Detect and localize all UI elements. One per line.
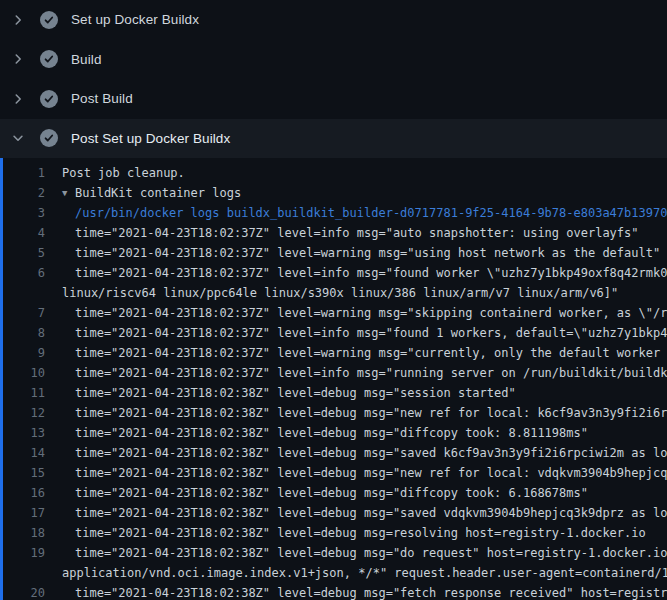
chevron-right-icon: [10, 91, 26, 107]
log-line-number[interactable]: 6: [0, 263, 45, 283]
log-line-number[interactable]: 9: [0, 343, 45, 363]
log-row: 18time="2021-04-23T18:02:38Z" level=debu…: [0, 523, 667, 543]
log-line-number[interactable]: 17: [0, 503, 45, 523]
log-line-number[interactable]: 11: [0, 383, 45, 403]
log-line-text: time="2021-04-23T18:02:38Z" level=debug …: [45, 583, 667, 600]
log-row: 12time="2021-04-23T18:02:38Z" level=debu…: [0, 403, 667, 423]
log-line-text: time="2021-04-23T18:02:38Z" level=debug …: [45, 403, 667, 423]
log-line-number[interactable]: 7: [0, 303, 45, 323]
actions-log-viewer: Set up Docker BuildxBuildPost BuildPost …: [0, 0, 667, 600]
log-line-text: Post job cleanup.: [45, 163, 185, 183]
step-label: Post Build: [71, 91, 133, 106]
chevron-right-icon: [10, 51, 26, 67]
log-row: 4time="2021-04-23T18:02:37Z" level=info …: [0, 223, 667, 243]
log-line-text: time="2021-04-23T18:02:37Z" level=warnin…: [45, 343, 667, 363]
log-line-number[interactable]: 2: [0, 183, 45, 203]
log-line-text: time="2021-04-23T18:02:38Z" level=debug …: [45, 543, 667, 563]
log-line-text: ▼BuildKit container logs: [45, 183, 241, 203]
log-line-number[interactable]: 20: [0, 583, 45, 600]
log-line-number[interactable]: 3: [0, 203, 45, 223]
log-line-number: [0, 283, 45, 303]
log-row: 10time="2021-04-23T18:02:37Z" level=info…: [0, 363, 667, 383]
log-line-text: time="2021-04-23T18:02:37Z" level=info m…: [45, 263, 667, 283]
log-line-text: time="2021-04-23T18:02:37Z" level=warnin…: [45, 303, 667, 323]
log-group-toggle-icon[interactable]: ▼: [62, 183, 75, 203]
log-line-text: application/vnd.oci.image.index.v1+json,…: [45, 563, 667, 583]
log-area: 1Post job cleanup.2▼BuildKit container l…: [0, 158, 667, 600]
step-header-build[interactable]: Build: [0, 40, 667, 80]
log-line-text: time="2021-04-23T18:02:38Z" level=debug …: [45, 463, 667, 483]
log-row: 2▼BuildKit container logs: [0, 183, 667, 203]
log-row: 15time="2021-04-23T18:02:38Z" level=debu…: [0, 463, 667, 483]
log-line-number[interactable]: 16: [0, 483, 45, 503]
log-row: 7time="2021-04-23T18:02:37Z" level=warni…: [0, 303, 667, 323]
log-line-number[interactable]: 5: [0, 243, 45, 263]
step-label: Set up Docker Buildx: [71, 12, 199, 27]
log-line-number[interactable]: 4: [0, 223, 45, 243]
log-line-number[interactable]: 12: [0, 403, 45, 423]
log-line-text: time="2021-04-23T18:02:38Z" level=debug …: [45, 523, 646, 543]
check-circle-icon: [40, 11, 58, 29]
log-line-text: time="2021-04-23T18:02:38Z" level=debug …: [45, 503, 667, 523]
log-line-number[interactable]: 13: [0, 423, 45, 443]
log-row: 14time="2021-04-23T18:02:38Z" level=debu…: [0, 443, 667, 463]
log-row: 20time="2021-04-23T18:02:38Z" level=debu…: [0, 583, 667, 600]
log-line-number[interactable]: 15: [0, 463, 45, 483]
log-line-number[interactable]: 10: [0, 363, 45, 383]
log-line-number[interactable]: 18: [0, 523, 45, 543]
log-row: 11time="2021-04-23T18:02:38Z" level=debu…: [0, 383, 667, 403]
log-line-text: time="2021-04-23T18:02:38Z" level=debug …: [45, 383, 516, 403]
step-label: Build: [71, 52, 102, 67]
log-line-number[interactable]: 8: [0, 323, 45, 343]
chevron-down-icon: [10, 130, 26, 146]
log-row: linux/riscv64 linux/ppc64le linux/s390x …: [0, 283, 667, 303]
log-row: 16time="2021-04-23T18:02:38Z" level=debu…: [0, 483, 667, 503]
log-line-number[interactable]: 14: [0, 443, 45, 463]
log-line-number[interactable]: 19: [0, 543, 45, 563]
log-row: 3/usr/bin/docker logs buildx_buildkit_bu…: [0, 203, 667, 223]
log-line-text: time="2021-04-23T18:02:38Z" level=debug …: [45, 423, 588, 443]
log-row: 8time="2021-04-23T18:02:37Z" level=info …: [0, 323, 667, 343]
check-circle-icon: [40, 90, 58, 108]
log-row: 5time="2021-04-23T18:02:37Z" level=warni…: [0, 243, 667, 263]
log-line-text: time="2021-04-23T18:02:38Z" level=debug …: [45, 483, 588, 503]
step-label: Post Set up Docker Buildx: [71, 131, 230, 146]
log-row: 17time="2021-04-23T18:02:38Z" level=debu…: [0, 503, 667, 523]
chevron-right-icon: [10, 12, 26, 28]
log-row: 1Post job cleanup.: [0, 163, 667, 183]
log-row: 6time="2021-04-23T18:02:37Z" level=info …: [0, 263, 667, 283]
log-line-number[interactable]: 1: [0, 163, 45, 183]
check-circle-icon: [40, 50, 58, 68]
log-line-text: time="2021-04-23T18:02:37Z" level=info m…: [45, 223, 639, 243]
log-row: 13time="2021-04-23T18:02:38Z" level=debu…: [0, 423, 667, 443]
log-line-text: linux/riscv64 linux/ppc64le linux/s390x …: [45, 283, 618, 303]
log-line-text: time="2021-04-23T18:02:37Z" level=info m…: [45, 323, 667, 343]
log-command-text: /usr/bin/docker logs buildx_buildkit_bui…: [45, 203, 667, 223]
log-rows: 1Post job cleanup.2▼BuildKit container l…: [0, 163, 667, 600]
log-row: 19time="2021-04-23T18:02:38Z" level=debu…: [0, 543, 667, 563]
step-header-post-set-up-docker-buildx[interactable]: Post Set up Docker Buildx: [0, 119, 667, 159]
step-header-set-up-docker-buildx[interactable]: Set up Docker Buildx: [0, 0, 667, 40]
log-line-text: time="2021-04-23T18:02:37Z" level=info m…: [45, 363, 667, 383]
step-header-post-build[interactable]: Post Build: [0, 79, 667, 119]
log-line-text: time="2021-04-23T18:02:38Z" level=debug …: [45, 443, 667, 463]
log-row: 9time="2021-04-23T18:02:37Z" level=warni…: [0, 343, 667, 363]
log-row: application/vnd.oci.image.index.v1+json,…: [0, 563, 667, 583]
log-line-number: [0, 563, 45, 583]
log-accent-bar: [0, 158, 3, 600]
log-group-title: BuildKit container logs: [75, 186, 241, 200]
log-line-text: time="2021-04-23T18:02:37Z" level=warnin…: [45, 243, 660, 263]
steps-list: Set up Docker BuildxBuildPost BuildPost …: [0, 0, 667, 158]
check-circle-icon: [40, 129, 58, 147]
